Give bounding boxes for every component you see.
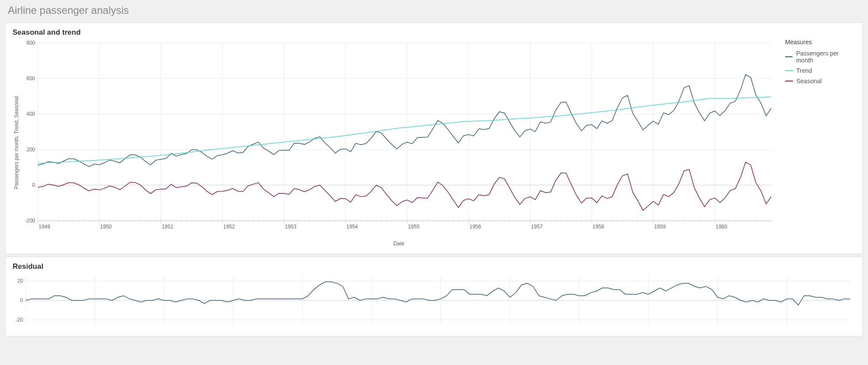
svg-text:1959: 1959 <box>654 224 666 230</box>
svg-text:1952: 1952 <box>223 224 235 230</box>
legend-label: Trend <box>796 67 812 74</box>
svg-text:1957: 1957 <box>531 224 543 230</box>
svg-text:1953: 1953 <box>285 224 296 230</box>
svg-text:0: 0 <box>20 297 23 303</box>
svg-text:1949: 1949 <box>39 224 50 230</box>
seasonal-trend-title: Seasonal and trend <box>13 28 855 37</box>
y-axis-label: Passengers per month, Trend, Seasonal <box>13 96 20 189</box>
legend-item-passengers[interactable]: Passengers per month <box>785 50 855 64</box>
svg-text:800: 800 <box>26 40 35 46</box>
svg-text:600: 600 <box>26 75 35 81</box>
seasonal-trend-card: Seasonal and trend Passengers per month,… <box>5 23 863 254</box>
svg-text:200: 200 <box>26 147 35 153</box>
svg-text:1954: 1954 <box>346 224 358 230</box>
residual-plot[interactable]: -20020 <box>13 273 855 329</box>
legend-item-seasonal[interactable]: Seasonal <box>785 78 855 85</box>
svg-text:1951: 1951 <box>162 224 174 230</box>
residual-title: Residual <box>13 262 855 271</box>
svg-text:1950: 1950 <box>100 224 112 230</box>
seasonal-trend-plot[interactable]: -200020040060080019491950195119521953195… <box>20 39 776 238</box>
svg-text:400: 400 <box>26 111 35 117</box>
legend-title: Measures <box>785 39 855 46</box>
residual-card: Residual -20020 <box>5 257 863 336</box>
x-axis-label: Date <box>20 241 777 247</box>
svg-text:1956: 1956 <box>470 224 481 230</box>
svg-text:20: 20 <box>17 278 23 284</box>
page-title: Airline passenger analysis <box>0 0 868 20</box>
svg-text:1958: 1958 <box>592 224 604 230</box>
svg-text:1955: 1955 <box>408 224 420 230</box>
legend-label: Passengers per month <box>796 50 855 64</box>
svg-text:1960: 1960 <box>716 224 727 230</box>
svg-text:-200: -200 <box>25 218 35 224</box>
legend: Measures Passengers per month Trend Seas… <box>777 39 855 247</box>
legend-item-trend[interactable]: Trend <box>785 67 855 74</box>
legend-label: Seasonal <box>796 78 822 85</box>
svg-text:0: 0 <box>32 182 35 188</box>
svg-text:-20: -20 <box>16 317 23 323</box>
